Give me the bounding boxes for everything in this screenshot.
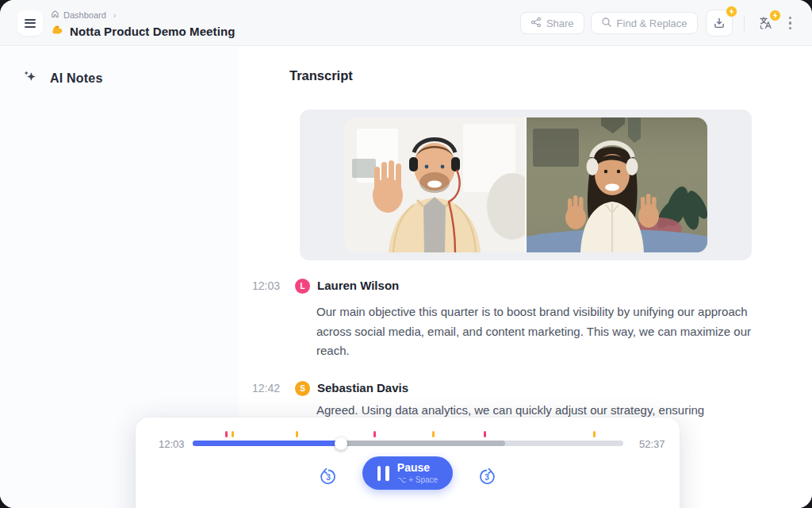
highlight-marker[interactable] [484, 431, 486, 437]
speaker-name[interactable]: Lauren Wilson [317, 279, 399, 292]
chevron-right-icon: › [113, 10, 117, 20]
pause-shortcut-hint: ⌥ + Space [397, 475, 438, 485]
notta-app-window: Dashboard › Notta Product Demo Meeting S… [0, 0, 812, 508]
premium-badge-icon [769, 10, 781, 21]
find-replace-button[interactable]: Find & Replace [591, 12, 698, 34]
muscle-emoji-icon [50, 23, 63, 40]
breadcrumb-label: Dashboard [63, 10, 106, 20]
progress-fill [193, 441, 341, 446]
speaker-avatar: L [295, 279, 310, 294]
entry-timestamp[interactable]: 12:42 [252, 382, 280, 394]
skip-forward-button[interactable]: 3 [477, 467, 497, 487]
transcript-text[interactable]: Our main objective this quarter is to bo… [316, 302, 751, 361]
hamburger-menu-button[interactable] [17, 10, 43, 36]
speaker-avatar: S [295, 381, 310, 396]
top-bar: Dashboard › Notta Product Demo Meeting S… [0, 0, 812, 46]
pause-button-label: Pause [397, 461, 438, 475]
player-controls: 3 Pause ⌥ + Space 3 [136, 456, 680, 490]
skip-back-button[interactable]: 3 [318, 467, 339, 487]
highlight-marker-layer [193, 431, 623, 437]
share-icon [530, 17, 542, 30]
highlight-marker[interactable] [225, 431, 228, 437]
entry-timestamp[interactable]: 12:03 [252, 279, 280, 292]
share-button[interactable]: Share [520, 12, 584, 34]
share-button-label: Share [546, 17, 574, 29]
home-icon [51, 10, 59, 20]
highlight-marker[interactable] [593, 431, 596, 437]
progress-knob[interactable] [335, 437, 347, 450]
search-icon [601, 17, 612, 30]
export-download-button[interactable] [706, 10, 733, 37]
premium-badge-icon [726, 6, 737, 17]
highlight-marker[interactable] [296, 431, 298, 437]
audio-player: 12:03 52:37 3 Pause ⌥ + Space [136, 418, 680, 508]
find-replace-label: Find & Replace [617, 17, 688, 29]
skip-back-icon: 3 [319, 468, 338, 487]
meeting-title-row: Notta Product Demo Meeting [50, 23, 235, 40]
sidebar-item-ai-notes[interactable]: AI Notes [0, 47, 238, 87]
speaker-name[interactable]: Sebastian Davis [317, 381, 408, 394]
download-icon [713, 17, 726, 29]
header-divider [744, 15, 745, 31]
header-actions: Share Find & Replace [520, 0, 795, 46]
pause-button[interactable]: Pause ⌥ + Space [362, 456, 453, 490]
progress-bar[interactable] [193, 441, 623, 446]
skip-forward-icon: 3 [477, 468, 496, 487]
highlight-marker[interactable] [432, 431, 435, 437]
page-title: Notta Product Demo Meeting [70, 25, 235, 38]
sidebar-item-label: AI Notes [50, 71, 103, 86]
highlight-marker[interactable] [373, 431, 376, 437]
svg-text:3: 3 [485, 472, 489, 481]
more-options-button[interactable] [786, 13, 795, 33]
hamburger-icon [25, 17, 36, 29]
breadcrumb[interactable]: Dashboard › [51, 10, 117, 20]
section-title: Transcript [289, 68, 353, 83]
current-time: 12:03 [159, 438, 185, 450]
sparkles-icon [22, 69, 37, 87]
svg-text:3: 3 [326, 472, 331, 481]
highlight-marker[interactable] [232, 431, 234, 437]
meeting-video-thumbnail[interactable] [344, 117, 707, 252]
pause-icon [377, 466, 389, 481]
total-time: 52:37 [639, 438, 665, 450]
translate-button[interactable] [756, 13, 776, 33]
video-thumbnail-card [300, 110, 752, 260]
